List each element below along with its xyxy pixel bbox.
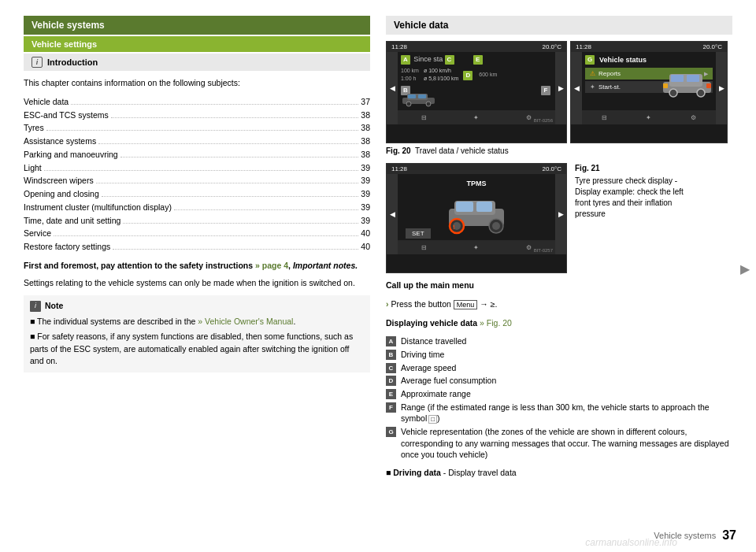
screen1-top-bar: 11:28 20.0°C bbox=[387, 42, 566, 52]
badge-c: C bbox=[445, 55, 454, 65]
badge-a: A bbox=[401, 55, 410, 65]
toc-item-light: Light 39 bbox=[24, 162, 370, 175]
figure-21-container: 11:28 20.0°C ◀ TPMS bbox=[386, 163, 732, 273]
toc-item-restore: Restore factory settings 40 bbox=[24, 241, 370, 254]
svg-rect-16 bbox=[456, 202, 473, 212]
toc-item-time: Time, date and unit setting 39 bbox=[24, 215, 370, 228]
displaying-heading: Displaying vehicle data » Fig. 20 bbox=[386, 317, 732, 330]
toc-item-service: Service 40 bbox=[24, 228, 370, 240]
tpms-title: TPMS bbox=[401, 177, 552, 190]
footer-page-number: 37 bbox=[722, 528, 736, 543]
toc-list: Vehicle data 37 ESC-and TCS systems 38 T… bbox=[24, 96, 370, 254]
tpms-screen-container: 11:28 20.0°C ◀ TPMS bbox=[386, 163, 567, 273]
watermark: carmanualsonline.info bbox=[585, 537, 677, 548]
toc-item-parking: Parking and manoeuvring 38 bbox=[24, 149, 370, 161]
screen2-icon1[interactable]: ⊟ bbox=[602, 114, 607, 121]
desc-item-g: G Vehicle representation (the zones of t… bbox=[386, 426, 732, 461]
screen1-left-arrow[interactable]: ◀ bbox=[390, 84, 395, 92]
svg-rect-17 bbox=[476, 202, 492, 212]
tpms-right-arrow[interactable]: ▶ bbox=[558, 210, 564, 218]
car-thumbnail-1 bbox=[401, 90, 436, 109]
screen2-right-arrow[interactable]: ▶ bbox=[719, 84, 724, 92]
toc-item-vehicle-data: Vehicle data 37 bbox=[24, 96, 370, 109]
svg-text:!: ! bbox=[453, 224, 455, 231]
toc-item-tyres: Tyres 38 bbox=[24, 122, 370, 135]
screen2-top-bar: 11:28 20.0°C bbox=[571, 42, 727, 52]
badge-e: E bbox=[473, 55, 483, 65]
car-image-screen2 bbox=[662, 68, 713, 101]
right-section-header: Vehicle data bbox=[386, 16, 732, 35]
note-box: i Note ■ The individual systems are desc… bbox=[24, 295, 370, 372]
toc-item-esc: ESC-and TCS systems 38 bbox=[24, 109, 370, 122]
header-vehicle-systems: Vehicle systems bbox=[24, 16, 370, 35]
desc-item-d: D Average fuel consumption bbox=[386, 375, 732, 387]
badge-d: D bbox=[463, 71, 472, 80]
call-menu-text: › Press the button Menu → ≥. bbox=[386, 298, 732, 311]
header-vehicle-settings: Vehicle settings bbox=[24, 36, 370, 52]
svg-rect-4 bbox=[408, 94, 416, 98]
screen1-right-arrow[interactable]: ▶ bbox=[558, 84, 564, 92]
fig21-caption: Fig. 21 Tyre pressure check display -Dis… bbox=[575, 163, 684, 220]
svg-rect-5 bbox=[418, 94, 426, 98]
svg-point-9 bbox=[697, 89, 705, 97]
left-column: Vehicle systems Vehicle settings i Intro… bbox=[24, 16, 370, 536]
svg-point-8 bbox=[669, 89, 677, 97]
vehicle-data-desc-list: A Distance travelled B Driving time C Av… bbox=[386, 335, 732, 461]
svg-point-3 bbox=[426, 102, 431, 106]
desc-item-a: A Distance travelled bbox=[386, 335, 732, 347]
toc-item-assistance: Assistance systems 38 bbox=[24, 135, 370, 148]
safety-notice: First and foremost, pay attention to the… bbox=[24, 260, 370, 272]
badge-g: G bbox=[585, 55, 595, 65]
svg-point-22 bbox=[456, 234, 458, 235]
driving-data: ■ Driving data - Display travel data bbox=[386, 467, 732, 479]
desc-item-f: F Range (if the estimated range is less … bbox=[386, 402, 732, 424]
note-title: i Note bbox=[30, 300, 364, 313]
tpms-icon1[interactable]: ⊟ bbox=[421, 244, 427, 251]
screen-vehicle-status: 11:28 20.0°C ◀ G Vehicle status bbox=[570, 41, 728, 143]
toc-item-wipers: Windscreen wipers 39 bbox=[24, 175, 370, 187]
tpms-icon2[interactable]: ✦ bbox=[473, 244, 479, 251]
screen2-icon2[interactable]: ✦ bbox=[646, 114, 651, 121]
tpms-icon3[interactable]: ⚙ bbox=[526, 244, 532, 251]
toc-item-opening: Opening and closing 39 bbox=[24, 188, 370, 201]
tpms-left-arrow[interactable]: ◀ bbox=[390, 210, 395, 218]
introduction-icon: i bbox=[32, 57, 43, 68]
svg-point-21 bbox=[492, 222, 500, 230]
svg-rect-10 bbox=[671, 75, 684, 82]
bit-label-1: BIT-0256 bbox=[534, 118, 553, 123]
badge-f-label: F bbox=[541, 86, 550, 95]
fig20-caption: Fig. 20 Travel data / vehicle status bbox=[386, 146, 732, 155]
header-introduction: i Introduction bbox=[24, 54, 370, 71]
screen-travel-data: 11:28 20.0°C ◀ A Since sta C bbox=[386, 41, 567, 143]
figure-20-images: 11:28 20.0°C ◀ A Since sta C bbox=[386, 41, 732, 143]
desc-item-b: B Driving time bbox=[386, 349, 732, 361]
desc-item-e: E Approximate range bbox=[386, 388, 732, 400]
next-page-arrow[interactable]: ▶ bbox=[740, 261, 750, 276]
svg-rect-11 bbox=[687, 75, 699, 82]
settings-notice: Settings relating to the vehicle systems… bbox=[24, 277, 370, 290]
screen1-icon1[interactable]: ⊟ bbox=[421, 114, 427, 121]
intro-text: This chapter contains information on the… bbox=[24, 77, 370, 90]
note-bullet-1: ■ The individual systems are described i… bbox=[30, 316, 364, 328]
toc-item-instrument: Instrument cluster (multifunction displa… bbox=[24, 202, 370, 214]
figure-20-container: 11:28 20.0°C ◀ A Since sta C bbox=[386, 41, 732, 155]
screen1-icon2[interactable]: ✦ bbox=[473, 114, 479, 121]
tpms-screen: 11:28 20.0°C ◀ TPMS bbox=[386, 163, 567, 273]
screen1-icon3[interactable]: ⚙ bbox=[526, 114, 532, 121]
right-column: Vehicle data 11:28 20.0°C ◀ bbox=[386, 16, 732, 536]
bit-label-tpms: BIT-0257 bbox=[534, 248, 553, 253]
note-icon: i bbox=[30, 301, 41, 312]
screen2-icon3[interactable]: ⚙ bbox=[691, 114, 696, 121]
set-button[interactable]: SET bbox=[406, 228, 431, 239]
svg-rect-12 bbox=[663, 83, 668, 88]
call-menu-heading: Call up the main menu bbox=[386, 280, 732, 292]
note-bullet-2: ■ For safety reasons, if any system func… bbox=[30, 331, 364, 368]
desc-item-c: C Average speed bbox=[386, 362, 732, 374]
svg-rect-13 bbox=[706, 83, 711, 88]
screen2-left-arrow[interactable]: ◀ bbox=[574, 84, 580, 92]
svg-point-2 bbox=[406, 102, 411, 106]
tpms-top-bar: 11:28 20.0°C bbox=[387, 164, 566, 174]
